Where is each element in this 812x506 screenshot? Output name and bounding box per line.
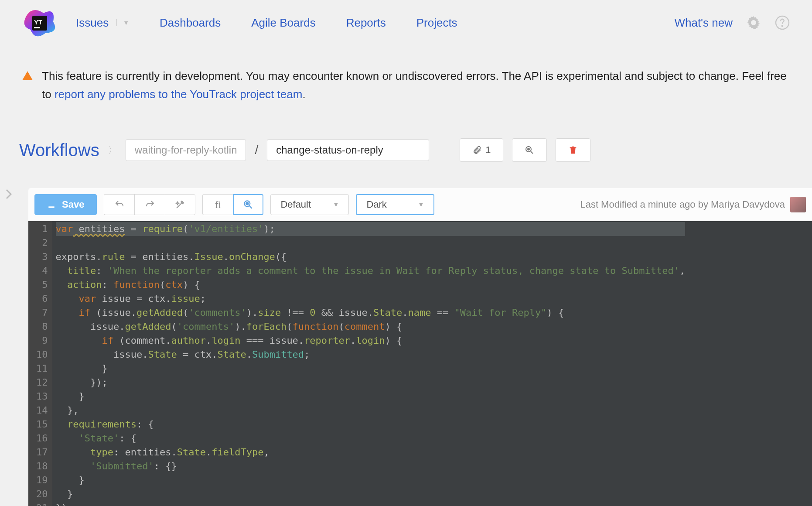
font-select-value: Default [280,199,311,210]
editor-panel: Save fi Default ▼ [28,188,812,506]
redo-button[interactable] [134,194,165,215]
undo-button[interactable] [104,194,134,215]
ligatures-toggle[interactable]: fi [202,194,233,215]
workflows-root-link[interactable]: Workflows [19,140,99,160]
rule-name-input[interactable] [276,144,420,156]
nav-dashboards[interactable]: Dashboards [160,16,221,30]
theme-select-value: Dark [366,199,386,210]
attachments-count: 1 [485,144,491,156]
workflow-name-select[interactable]: waiting-for-reply-kotlin [126,139,246,161]
top-nav: Issues ▼ Dashboards Agile Boards Reports… [76,16,457,30]
last-modified: Last Modified a minute ago by Mariya Dav… [580,197,806,212]
preview-toggle[interactable] [233,194,263,215]
delete-button[interactable] [556,138,590,162]
svg-point-8 [246,202,249,205]
header: YT Issues ▼ Dashboards Agile Boards Repo… [0,0,812,37]
inspect-button[interactable] [512,138,547,162]
help-icon[interactable] [774,15,790,31]
nav-reports[interactable]: Reports [346,16,386,30]
font-select[interactable]: Default ▼ [270,194,349,215]
caret-down-icon: ▼ [418,201,424,208]
nav-agile-boards[interactable]: Agile Boards [251,16,315,30]
rule-name-field-wrap [267,139,429,161]
last-modified-text: Last Modified a minute ago by Mariya Dav… [580,199,785,210]
save-button[interactable]: Save [34,194,97,215]
save-button-label: Save [62,199,84,210]
breadcrumb-slash: / [255,143,258,157]
report-problems-link[interactable]: report any problems to the YouTrack proj… [55,88,302,101]
view-group: fi [202,194,263,215]
gear-icon[interactable] [746,15,761,31]
nav-projects[interactable]: Projects [416,16,457,30]
avatar[interactable] [790,197,806,212]
svg-point-4 [782,25,783,26]
expand-sidebar-button[interactable] [0,185,17,204]
youtrack-logo[interactable]: YT [22,9,58,37]
workflow-name-label: waiting-for-reply-kotlin [135,144,237,156]
whats-new-link[interactable]: What's new [674,16,733,30]
breadcrumb: Workflows 〉 waiting-for-reply-kotlin / 1 [0,103,812,162]
caret-down-icon: ▼ [333,201,339,208]
warning-icon [22,69,33,103]
nav-issues[interactable]: Issues [76,16,109,30]
attachments-button[interactable]: 1 [460,138,503,162]
svg-text:YT: YT [34,18,42,26]
warning-text-suffix: . [302,88,305,101]
auto-format-button[interactable] [165,194,195,215]
svg-point-6 [528,148,529,150]
editor-toolbar: Save fi Default ▼ [28,188,812,221]
line-gutter: 123456789101112131415161718192021 [28,221,52,506]
issues-dropdown-caret[interactable]: ▼ [116,19,129,26]
header-right: What's new [674,15,790,31]
warning-banner: This feature is currently in development… [0,37,812,103]
code-area[interactable]: var entities = require('v1/entities'); e… [52,221,686,506]
theme-select[interactable]: Dark ▼ [356,194,434,215]
warning-text: This feature is currently in development… [42,67,790,103]
history-group [104,194,195,215]
code-editor[interactable]: 123456789101112131415161718192021 var en… [28,221,812,506]
chevron-right-icon: 〉 [108,144,117,156]
svg-rect-2 [34,27,40,28]
